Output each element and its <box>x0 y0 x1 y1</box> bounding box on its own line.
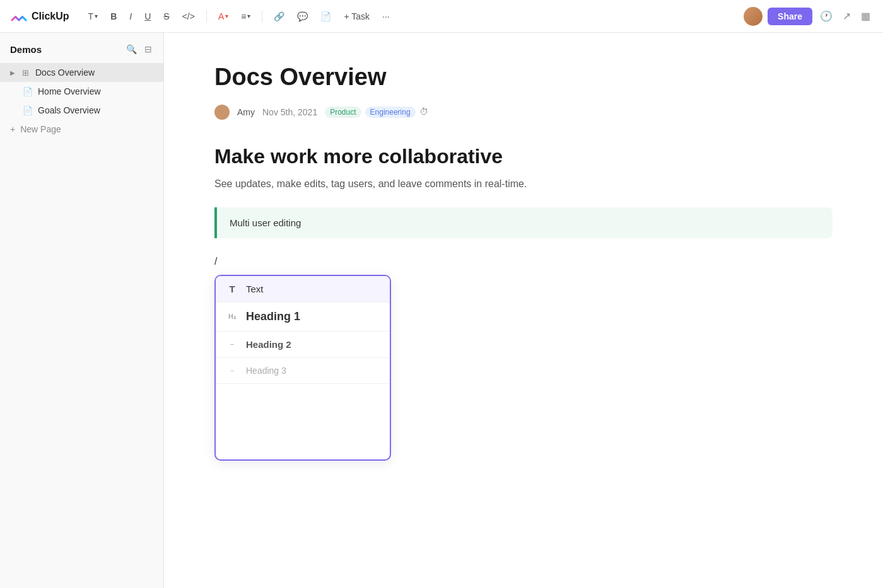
toolbar: ClickUp T ▾ B I U S </> A ▾ ≡ ▾ 🔗 💬 📄 + … <box>0 0 883 33</box>
sidebar-item-grid-icon: ⊞ <box>20 68 30 78</box>
sidebar-new-page[interactable]: + New Page <box>0 120 163 139</box>
sidebar-header-icons: 🔍 ⊟ <box>125 43 153 55</box>
command-item-heading3[interactable]: – Heading 3 <box>216 358 390 384</box>
tag-settings-icon[interactable]: ⏱ <box>419 107 428 118</box>
author-avatar <box>214 105 230 120</box>
command-dropdown-empty <box>216 384 390 459</box>
sidebar-new-page-plus-icon: + <box>10 124 15 134</box>
document-tags: Product Engineering ⏱ <box>325 107 428 118</box>
command-h1-label: Heading 1 <box>246 310 300 323</box>
command-h3-icon: – <box>226 367 238 374</box>
layout-button[interactable]: ▦ <box>858 8 873 25</box>
sidebar-item-arrow: ▶ <box>10 69 15 76</box>
document-date: Nov 5th, 2021 <box>262 107 317 117</box>
sidebar-header: Demos 🔍 ⊟ <box>0 40 163 63</box>
document-meta: Amy Nov 5th, 2021 Product Engineering ⏱ <box>214 105 833 120</box>
tag-product[interactable]: Product <box>325 107 361 118</box>
command-text-icon: T <box>226 284 238 294</box>
slash-command-line: / <box>214 256 833 267</box>
sidebar-item-label-goals-overview: Goals Overview <box>38 105 100 115</box>
command-h1-icon: H₁ <box>226 313 238 321</box>
share-button[interactable]: Share <box>768 8 812 25</box>
author-name: Amy <box>237 107 255 117</box>
document-subtitle: See updates, make edits, tag users, and … <box>214 178 833 190</box>
command-item-heading2[interactable]: – Heading 2 <box>216 331 390 358</box>
sidebar-item-goals-overview[interactable]: 📄 Goals Overview <box>0 101 163 120</box>
document-content: Docs Overview Amy Nov 5th, 2021 Product … <box>164 33 883 588</box>
color-button[interactable]: A ▾ <box>214 9 232 24</box>
app-logo-text: ClickUp <box>32 11 69 22</box>
sidebar-toggle-button[interactable]: ⊟ <box>143 43 153 55</box>
strikethrough-button[interactable]: S <box>160 9 173 24</box>
sidebar-item-doc-icon-2: 📄 <box>23 106 33 115</box>
document-title: Docs Overview <box>214 63 833 92</box>
comment-button[interactable]: 💬 <box>293 9 312 24</box>
italic-button[interactable]: I <box>126 9 136 24</box>
link-button[interactable]: 🔗 <box>270 9 288 24</box>
task-button[interactable]: + Task <box>340 9 373 24</box>
sidebar: Demos 🔍 ⊟ ▶ ⊞ Docs Overview 📄 Home Overv… <box>0 33 164 588</box>
command-item-text[interactable]: T Text <box>216 276 390 303</box>
doc-button[interactable]: 📄 <box>317 9 335 24</box>
more-button[interactable]: ··· <box>378 9 394 24</box>
command-item-heading1[interactable]: H₁ Heading 1 <box>216 303 390 331</box>
align-button[interactable]: ≡ ▾ <box>237 9 254 24</box>
text-format-button[interactable]: T ▾ <box>85 9 102 24</box>
sidebar-item-label-docs-overview: Docs Overview <box>35 67 95 78</box>
sidebar-item-home-overview[interactable]: 📄 Home Overview <box>0 82 163 101</box>
toolbar-divider-2 <box>262 10 262 23</box>
blockquote: Multi user editing <box>214 207 833 238</box>
command-h2-icon: – <box>226 340 238 348</box>
command-text-label: Text <box>246 284 264 294</box>
underline-button[interactable]: U <box>141 9 155 24</box>
code-button[interactable]: </> <box>178 9 199 24</box>
toolbar-right: Share 🕐 ↗ ▦ <box>744 7 873 26</box>
sidebar-item-label-home-overview: Home Overview <box>38 86 101 96</box>
app-logo: ClickUp <box>10 8 69 25</box>
command-h2-label: Heading 2 <box>246 339 291 350</box>
sidebar-workspace-name: Demos <box>10 44 42 55</box>
bold-button[interactable]: B <box>107 9 120 24</box>
command-dropdown: T Text H₁ Heading 1 – Heading 2 – Headin… <box>214 275 391 461</box>
sidebar-search-button[interactable]: 🔍 <box>125 43 138 55</box>
main-layout: Demos 🔍 ⊟ ▶ ⊞ Docs Overview 📄 Home Overv… <box>0 33 883 588</box>
tag-engineering[interactable]: Engineering <box>365 107 416 118</box>
blockquote-text: Multi user editing <box>230 217 301 228</box>
sidebar-new-page-label: New Page <box>20 124 61 134</box>
export-button[interactable]: ↗ <box>840 8 853 25</box>
sidebar-item-doc-icon-1: 📄 <box>23 87 33 96</box>
user-avatar[interactable] <box>744 7 763 26</box>
command-h3-label: Heading 3 <box>246 366 286 376</box>
document-heading: Make work more collaborative <box>214 145 833 168</box>
clickup-logo-icon <box>10 8 28 25</box>
sidebar-item-docs-overview[interactable]: ▶ ⊞ Docs Overview <box>0 63 163 82</box>
history-button[interactable]: 🕐 <box>817 8 835 25</box>
toolbar-divider <box>206 10 207 23</box>
